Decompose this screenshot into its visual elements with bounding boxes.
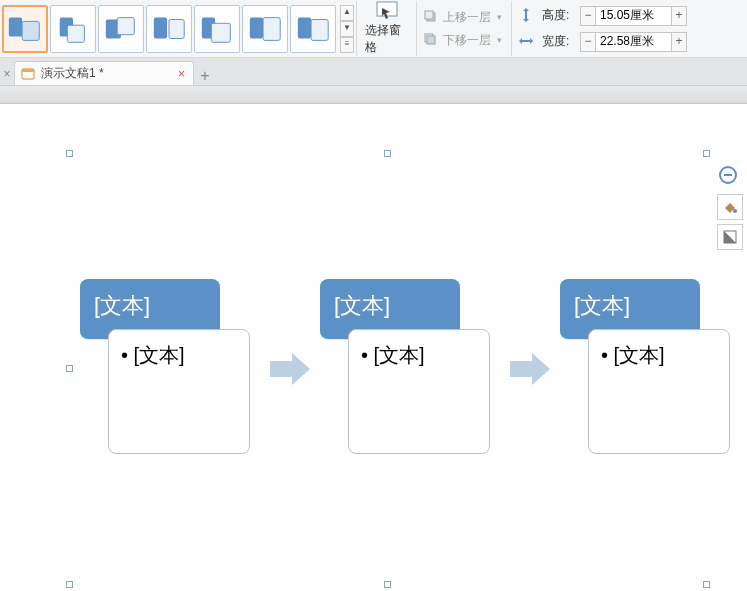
context-contrast-button[interactable] [717,224,743,250]
svg-rect-9 [211,23,230,42]
layout-icon [6,10,44,48]
selection-pane-group[interactable]: 选择窗格 [357,1,417,56]
svg-rect-5 [117,17,134,34]
presentation-doc-icon [21,67,35,81]
arrow-icon [510,351,550,387]
layout-thumb-3[interactable] [98,5,144,53]
svg-rect-14 [377,2,397,16]
node-bullet-2: [文本] [361,344,425,366]
arrange-layer-group: 上移一层 ▾ 下移一层 ▾ [417,1,512,56]
layout-thumb-6[interactable] [242,5,288,53]
resize-handle-bm[interactable] [384,581,391,588]
smartart-graphic[interactable]: [文本] [文本] [文本] [文本] [文本] [文本] [80,279,740,459]
send-backward-button[interactable]: 下移一层 ▾ [423,32,505,49]
width-icon [518,33,536,51]
node-bullet-3: [文本] [601,344,665,366]
width-label: 宽度: [542,33,574,50]
height-plus-button[interactable]: + [671,6,687,26]
height-input[interactable] [596,6,671,26]
height-icon [518,7,536,25]
bring-forward-icon [423,9,439,25]
svg-rect-18 [427,36,435,44]
document-tab-bar: × 演示文稿1 * × + [0,58,747,86]
resize-handle-bl[interactable] [66,581,73,588]
svg-point-21 [733,209,737,213]
svg-rect-16 [425,11,433,19]
dropdown-caret-icon: ▾ [495,35,502,45]
svg-rect-13 [311,19,328,40]
context-remove-button[interactable] [719,166,737,184]
node-body-2[interactable]: [文本] [348,329,490,454]
smartart-node-1[interactable]: [文本] [文本] [80,279,260,459]
width-plus-button[interactable]: + [671,32,687,52]
gallery-spinner: ▲ ▼ ≡ [338,3,356,55]
smartart-node-3[interactable]: [文本] [文本] [560,279,740,459]
selection-pane-icon [375,1,399,21]
document-tab[interactable]: 演示文稿1 * × [14,61,194,85]
layout-thumb-2[interactable] [50,5,96,53]
context-toolbar [717,194,743,250]
layout-thumb-1[interactable] [2,5,48,53]
bring-forward-button[interactable]: 上移一层 ▾ [423,9,505,26]
layout-thumb-5[interactable] [194,5,240,53]
resize-handle-tr[interactable] [703,150,710,157]
svg-rect-1 [22,21,39,40]
node-bullet-1: [文本] [121,344,185,366]
width-row: 宽度: − + [518,32,687,52]
arrow-icon [270,351,310,387]
svg-rect-3 [67,25,84,42]
layout-thumb-7[interactable] [290,5,336,53]
resize-handle-tl[interactable] [66,150,73,157]
layout-gallery: ▲ ▼ ≡ [0,1,357,56]
layout-gallery-items [0,3,338,55]
node-body-3[interactable]: [文本] [588,329,730,454]
height-minus-button[interactable]: − [580,6,596,26]
resize-handle-tm[interactable] [384,150,391,157]
svg-rect-0 [9,17,22,36]
selection-pane-label: 选择窗格 [365,22,408,56]
send-backward-label: 下移一层 [443,32,491,49]
gallery-up-button[interactable]: ▲ [340,5,354,21]
height-row: 高度: − + [518,6,687,26]
tabbar-shadow [0,86,747,104]
width-input[interactable] [596,32,671,52]
resize-handle-br[interactable] [703,581,710,588]
svg-rect-11 [263,17,280,40]
width-minus-button[interactable]: − [580,32,596,52]
send-backward-icon [423,32,439,48]
svg-rect-6 [154,17,167,38]
svg-rect-7 [169,19,184,38]
slide-stage: [文本] [文本] [文本] [文本] [文本] [文本] [0,104,747,591]
svg-rect-12 [298,17,311,38]
ribbon-toolbar: ▲ ▼ ≡ 选择窗格 上移一层 ▾ 下移一层 ▾ [0,0,747,58]
context-fill-button[interactable] [717,194,743,220]
document-tab-title: 演示文稿1 * [41,65,104,82]
node-body-1[interactable]: [文本] [108,329,250,454]
smartart-node-2[interactable]: [文本] [文本] [320,279,500,459]
resize-handle-ml[interactable] [66,365,73,372]
svg-rect-10 [250,17,263,38]
bring-forward-label: 上移一层 [443,9,491,26]
gallery-down-button[interactable]: ▼ [340,21,354,37]
dropdown-caret-icon: ▾ [495,12,502,22]
tabbar-close-button[interactable]: × [0,63,14,85]
svg-rect-20 [22,69,34,72]
height-label: 高度: [542,7,574,24]
new-tab-button[interactable]: + [194,67,216,85]
layout-thumb-4[interactable] [146,5,192,53]
dimension-group: 高度: − + 宽度: − + [512,1,693,56]
tab-close-icon[interactable]: × [178,67,185,81]
gallery-more-button[interactable]: ≡ [340,37,354,53]
